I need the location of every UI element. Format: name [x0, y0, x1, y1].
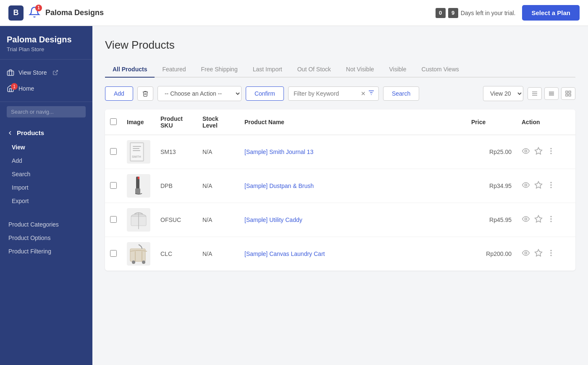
- product-name-link[interactable]: [Sample] Utility Caddy: [244, 216, 302, 223]
- product-image: [127, 174, 150, 198]
- sidebar-item-view[interactable]: View: [0, 141, 92, 154]
- th-sku: Product SKU: [155, 110, 197, 135]
- app-logo: B: [8, 5, 24, 21]
- view-grid-button[interactable]: [561, 87, 575, 100]
- search-button[interactable]: Search: [383, 86, 419, 101]
- tab-featured[interactable]: Featured: [155, 62, 193, 78]
- row-checkbox[interactable]: [110, 250, 117, 257]
- product-name-link[interactable]: [Sample] Dustpan & Brush: [244, 182, 314, 189]
- tab-all-products[interactable]: All Products: [105, 62, 155, 78]
- row-checkbox-cell: [105, 169, 122, 203]
- svg-marker-23: [535, 147, 542, 154]
- svg-point-30: [525, 184, 527, 186]
- svg-rect-18: [133, 146, 141, 147]
- svg-point-47: [142, 261, 145, 264]
- filter-input[interactable]: [292, 87, 359, 100]
- toolbar: Add -- Choose an Action -- Confirm ✕: [105, 86, 575, 101]
- sidebar-item-product-categories[interactable]: Product Categories: [0, 218, 92, 231]
- svg-rect-15: [569, 94, 571, 96]
- more-options-icon[interactable]: [547, 181, 555, 191]
- svg-rect-14: [566, 94, 568, 96]
- th-price: Price: [466, 110, 517, 135]
- row-checkbox-cell: [105, 135, 122, 169]
- view-list-compact-button[interactable]: [528, 87, 542, 100]
- row-image-cell: [122, 169, 155, 203]
- sidebar-item-product-filtering[interactable]: Product Filtering: [0, 245, 92, 258]
- more-options-icon[interactable]: [547, 249, 555, 259]
- visibility-icon[interactable]: [522, 147, 530, 157]
- product-name-link[interactable]: [Sample] Smith Journal 13: [244, 149, 313, 155]
- search-input[interactable]: [7, 106, 86, 117]
- svg-point-22: [525, 150, 527, 152]
- svg-point-48: [525, 252, 527, 254]
- select-plan-button[interactable]: Select a Plan: [522, 5, 580, 21]
- select-all-checkbox[interactable]: [110, 118, 117, 125]
- filter-clear-icon[interactable]: ✕: [361, 90, 366, 97]
- sidebar-item-search[interactable]: Search: [0, 167, 92, 181]
- star-icon[interactable]: [534, 147, 543, 157]
- delete-button[interactable]: [137, 86, 153, 101]
- tabs-bar: All Products Featured Free Shipping Last…: [105, 62, 575, 78]
- tab-out-of-stock[interactable]: Out Of Stock: [290, 62, 339, 78]
- action-select[interactable]: -- Choose an Action --: [158, 86, 242, 101]
- row-stock: N/A: [197, 169, 239, 203]
- product-name-link[interactable]: [Sample] Canvas Laundry Cart: [244, 250, 325, 257]
- table-row: SMITH SM13 N/A [Sample] Smith Journal 13…: [105, 135, 575, 169]
- product-image: [127, 242, 150, 266]
- tab-custom-views[interactable]: Custom Views: [414, 62, 467, 78]
- svg-text:SMITH: SMITH: [132, 155, 141, 158]
- visibility-icon[interactable]: [522, 181, 530, 191]
- view-list-button[interactable]: [544, 87, 559, 100]
- grid-icon: [565, 90, 572, 97]
- sidebar-store-subtitle: Trial Plan Store: [7, 46, 86, 52]
- more-options-icon[interactable]: [547, 147, 555, 157]
- row-sku: DPB: [155, 169, 197, 203]
- more-options-icon[interactable]: [547, 215, 555, 225]
- tab-not-visible[interactable]: Not Visible: [339, 62, 382, 78]
- store-icon: [7, 69, 14, 76]
- svg-rect-29: [138, 177, 139, 179]
- tab-free-shipping[interactable]: Free Shipping: [194, 62, 245, 78]
- chevron-left-icon: [7, 130, 13, 136]
- row-price: Rp200.00: [466, 237, 517, 271]
- visibility-icon[interactable]: [522, 215, 530, 225]
- row-product-name: [Sample] Smith Journal 13: [239, 135, 466, 169]
- sidebar-item-export[interactable]: Export: [0, 194, 92, 208]
- row-stock: N/A: [197, 237, 239, 271]
- star-icon[interactable]: [534, 249, 543, 259]
- product-image: SMITH: [127, 140, 150, 164]
- notification-icon[interactable]: 1: [29, 6, 40, 20]
- row-checkbox[interactable]: [110, 182, 117, 189]
- add-button[interactable]: Add: [105, 86, 133, 101]
- sidebar-item-view-store[interactable]: View Store: [0, 65, 92, 81]
- tab-visible[interactable]: Visible: [382, 62, 414, 78]
- row-stock: N/A: [197, 203, 239, 237]
- svg-line-1: [55, 70, 58, 73]
- star-icon[interactable]: [534, 181, 543, 191]
- svg-rect-0: [8, 71, 14, 76]
- view-select[interactable]: View 20: [483, 86, 523, 101]
- confirm-button[interactable]: Confirm: [246, 86, 284, 101]
- star-icon[interactable]: [534, 215, 543, 225]
- row-product-name: [Sample] Canvas Laundry Cart: [239, 237, 466, 271]
- sidebar-item-add[interactable]: Add: [0, 154, 92, 167]
- sidebar-item-home[interactable]: 1 Home: [0, 81, 92, 96]
- row-checkbox[interactable]: [110, 148, 117, 155]
- main-content: View Products All Products Featured Free…: [92, 26, 588, 365]
- row-checkbox[interactable]: [110, 216, 117, 223]
- sidebar-products-header[interactable]: Products: [0, 125, 92, 141]
- svg-point-33: [551, 185, 551, 185]
- tab-last-import[interactable]: Last Import: [245, 62, 290, 78]
- th-checkbox: [105, 110, 122, 135]
- view-icons: [528, 87, 575, 100]
- svg-point-24: [551, 148, 551, 149]
- external-link-icon: [52, 70, 58, 76]
- trial-day-0: 0: [436, 8, 446, 18]
- visibility-icon[interactable]: [522, 249, 530, 259]
- list-compact-icon: [531, 90, 538, 97]
- sidebar-item-import[interactable]: Import: [0, 181, 92, 194]
- th-image: Image: [122, 110, 155, 135]
- filter-options-icon[interactable]: [368, 89, 375, 98]
- row-image-cell: [122, 203, 155, 237]
- sidebar-item-product-options[interactable]: Product Options: [0, 231, 92, 245]
